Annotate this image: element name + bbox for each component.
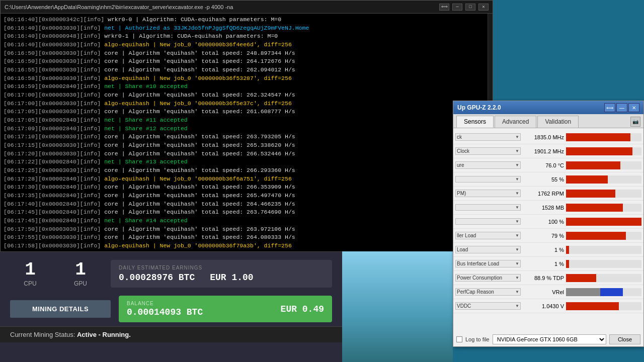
gpu-count: 1 [75,261,86,279]
gpuz-sensors-content: ck▼1835.0 MHzClock▼1901.2 MHzure▼76.0 °C… [453,128,643,332]
sensor-row: Load▼1 % [453,243,643,257]
mining-details-button[interactable]: MINING DETAILS [10,300,111,318]
terminal-line: [06:16:40][0x00000948][info] wrkr0-1 | A… [4,32,485,41]
sensor-name-dropdown[interactable]: ller Load▼ [455,232,521,239]
sensor-value: 79 % [521,233,566,239]
terminal-line: [06:17:00][0x00003030][info] algo-equiha… [4,100,485,108]
terminal-line: [06:17:55][0x00003030][info] core | Algo… [4,233,485,242]
balance-btc-value: 0.00014093 BTC [127,307,203,317]
terminal-line: [06:17:50][0x00003030][info] core | Algo… [4,225,485,234]
gpu-model-select[interactable]: NVIDIA GeForce GTX 1060 6GB [493,334,606,344]
sensor-bar [566,190,641,198]
sensor-value: 1901.2 MHz [521,148,566,154]
terminal-line: [06:17:35][0x00002840][info] core | Algo… [4,192,485,200]
tab-validation[interactable]: Validation [537,116,579,128]
sensor-name-dropdown[interactable]: VDDC▼ [455,302,521,310]
gpuz-titlebar: Up GPU-Z 2.2.0 ⟺ — ✕ [453,101,643,114]
daily-eur-value: EUR 1.00 [210,273,253,283]
daily-values: 0.00028976 BTC EUR 1.00 [119,273,324,283]
sensor-name-dropdown[interactable]: Clock▼ [455,147,521,155]
cpu-stat-box: 1 CPU [10,261,50,287]
sensor-bar [566,218,641,226]
sensor-name-dropdown[interactable]: ▼ [455,204,521,211]
daily-earnings-label: DAILY ESTIMATED EARNINGS [119,265,324,270]
sensor-value: 1.0430 V [521,303,566,309]
terminal-line: [06:17:20][0x00003030][info] core | Algo… [4,150,485,158]
gpuz-resize-icon[interactable]: ⟺ [604,103,615,112]
sensor-bar [566,274,641,282]
terminal-output: [06:16:40][0x00000342c][info] wrkr0-0 | … [1,14,488,261]
sensor-value: 1 % [521,247,566,253]
mining-stats: 1 CPU 1 GPU DAILY ESTIMATED EARNINGS 0.0… [0,252,342,292]
sensor-bar [566,232,641,240]
sensor-bar [566,288,641,296]
terminal-line: [06:17:15][0x00003030][info] core | Algo… [4,141,485,150]
maximize-button[interactable]: □ [465,4,475,11]
balance-box: BALANCE 0.00014093 BTC EUR 0.49 [119,296,332,322]
sensor-name-dropdown[interactable]: PM)▼ [455,190,521,197]
sensor-name-dropdown[interactable]: Power Consumption▼ [455,274,521,282]
sensor-value: 76.0 °C [521,162,566,168]
sensor-row: VDDC▼1.0430 V [453,299,643,313]
gpuz-controls: ⟺ — ✕ [604,103,639,112]
tab-advanced[interactable]: Advanced [495,116,536,128]
sensor-name-dropdown[interactable]: ▼ [455,218,521,225]
log-to-file-label: Log to file [465,336,490,342]
sensor-name-dropdown[interactable]: Load▼ [455,246,521,253]
sensor-row: ure▼76.0 °C [453,158,643,172]
terminal-line: [06:16:55][0x00003030][info] core | Algo… [4,66,485,74]
sensor-bar [566,161,641,169]
terminal-title: C:\Users\Anwender\AppData\Roaming\nhm2\b… [5,4,233,10]
resize-icon[interactable]: ⟺ [439,4,449,11]
sensor-row: ▼100 % [453,215,643,229]
balance-label: BALANCE [127,301,203,306]
sensor-name-dropdown[interactable]: ck▼ [455,133,521,141]
sensor-row: PM)▼1762 RPM [453,187,643,201]
terminal-controls: ⟺ — □ ✕ [439,4,489,11]
gpuz-minimize-button[interactable]: — [616,103,627,112]
sensor-value: VRel [521,289,566,295]
gpuz-close-button-footer[interactable]: Close [609,334,640,344]
gpuz-window: Up GPU-Z 2.2.0 ⟺ — ✕ Sensors Advanced Va… [453,101,644,347]
sensor-value: 1528 MB [521,205,566,211]
gpu-label: GPU [74,280,87,287]
sensor-name-dropdown[interactable]: Bus Interface Load▼ [455,260,521,267]
terminal-line: [06:17:05][0x00002840][info] net | Share… [4,116,485,125]
terminal-line: [06:16:40][0x00003030][info] net | Autho… [4,24,485,33]
balance-eur-value: EUR 0.49 [281,304,324,314]
minimize-button[interactable]: — [452,4,462,11]
close-button[interactable]: ✕ [478,4,489,11]
sensor-row: ▼1528 MB [453,201,643,215]
landscape-background [342,251,453,362]
sensor-row: Bus Interface Load▼1 % [453,257,643,271]
terminal-line: [06:17:40][0x00002840][info] core | Algo… [4,200,485,209]
terminal-line: [06:17:05][0x00003030][info] core | Algo… [4,108,485,116]
sensor-bar [566,133,641,141]
sensor-bar [566,175,641,184]
sensor-name-dropdown[interactable]: PerfCap Reason▼ [455,288,521,296]
mining-status-bar: Current Mining Status: Active - Running. [0,326,342,342]
terminal-line: [06:17:10][0x00003030][info] core | Algo… [4,133,485,141]
sensor-value: 1 % [521,261,566,267]
sensor-bar [566,204,641,212]
camera-icon[interactable]: 📷 [630,117,640,127]
sensor-bar [566,147,641,155]
log-to-file-checkbox[interactable] [456,336,462,342]
terminal-line: [06:17:45][0x00002840][info] core | Algo… [4,208,485,217]
mining-panel: 1 CPU 1 GPU DAILY ESTIMATED EARNINGS 0.0… [0,251,342,362]
cpu-label: CPU [24,280,36,287]
cpu-count: 1 [25,261,36,279]
terminal-window: C:\Users\Anwender\AppData\Roaming\nhm2\b… [0,0,493,261]
daily-earnings-box: DAILY ESTIMATED EARNINGS 0.00028976 BTC … [111,260,332,288]
sensor-name-dropdown[interactable]: ure▼ [455,161,521,169]
gpuz-tab-icons: 📷 [630,116,643,128]
sensor-row: ▼55 % [453,172,643,187]
tab-sensors[interactable]: Sensors [456,116,494,128]
terminal-line: [06:16:50][0x00003030][info] core | Algo… [4,49,485,58]
terminal-line: [06:17:28][0x00002840][info] algo-equiha… [4,175,485,184]
terminal-line: [06:17:25][0x00003030][info] core | Algo… [4,166,485,175]
sensor-bar [566,302,641,310]
gpuz-close-button[interactable]: ✕ [628,103,639,112]
sensor-value: 55 % [521,176,566,183]
sensor-name-dropdown[interactable]: ▼ [455,176,521,183]
